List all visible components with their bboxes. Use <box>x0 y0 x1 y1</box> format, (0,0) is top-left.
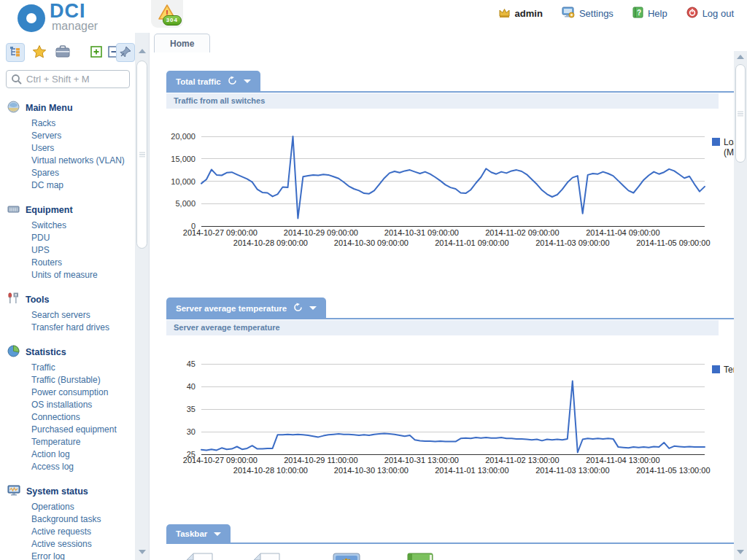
sidebar-item-traffic-burstable[interactable]: Traffic (Burstable) <box>7 374 135 386</box>
book-icon[interactable] <box>407 553 433 560</box>
sidebar-item-temperature[interactable]: Temperature <box>7 436 135 448</box>
svg-text:40: 40 <box>187 382 196 391</box>
sidebar-menu: Main MenuRacksServersUsersVirtual networ… <box>0 98 135 560</box>
sidebar-item-operations[interactable]: Operations <box>7 501 135 513</box>
tab-home[interactable]: Home <box>154 34 210 54</box>
crown-icon <box>498 7 511 20</box>
sidebar-item-active-requests[interactable]: Active requests <box>7 526 135 538</box>
sidebar-section-items: SwitchesPDUUPSRoutersUnits of measure <box>7 219 135 281</box>
sidebar-section-title: Statistics <box>26 347 66 357</box>
svg-text:10,000: 10,000 <box>171 177 196 186</box>
scroll-down-arrow-icon[interactable] <box>737 550 744 554</box>
document-icon[interactable] <box>253 553 280 560</box>
app-logo: DCI manager <box>18 2 127 33</box>
sidebar-item-connections[interactable]: Connections <box>7 411 135 424</box>
sidebar-item-action-log[interactable]: Action log <box>7 448 135 461</box>
tree-view-icon <box>9 45 22 61</box>
svg-text:5,000: 5,000 <box>175 199 196 208</box>
settings-panel-icon[interactable] <box>333 553 360 560</box>
settings-label: Settings <box>579 8 614 19</box>
svg-text:2014-11-01 09:00:00: 2014-11-01 09:00:00 <box>435 238 508 247</box>
sidebar-item-racks[interactable]: Racks <box>7 117 135 130</box>
sidebar-item-active-sessions[interactable]: Active sessions <box>7 538 135 551</box>
sidebar-scrollbar[interactable] <box>135 33 150 560</box>
toolbar-button-favorites-star[interactable] <box>30 43 49 62</box>
sidebar-item-routers[interactable]: Routers <box>7 257 135 269</box>
content-scrollbar[interactable] <box>734 51 747 560</box>
svg-text:2014-11-03 13:00:00: 2014-11-03 13:00:00 <box>535 466 609 475</box>
widget-total-traffic: Total traffic Traffic from all switches … <box>166 71 734 256</box>
sidebar-section-header-tools[interactable]: Tools <box>7 293 135 306</box>
sidebar-section-title: Equipment <box>26 205 73 215</box>
svg-text:?: ? <box>637 9 641 17</box>
help-button[interactable]: ? Help <box>632 7 667 20</box>
settings-button[interactable]: Settings <box>562 7 614 20</box>
sidebar-item-spares[interactable]: Spares <box>7 167 135 179</box>
widget-taskbar-tab[interactable]: Taskbar <box>166 524 231 542</box>
refresh-icon[interactable] <box>293 303 303 314</box>
warning-count-badge: 304 <box>163 15 182 26</box>
chevron-down-icon[interactable] <box>244 79 251 83</box>
sidebar-item-switches[interactable]: Switches <box>7 219 135 232</box>
help-label: Help <box>648 8 667 19</box>
scroll-down-arrow-icon[interactable] <box>139 550 146 554</box>
chevron-down-icon[interactable] <box>214 532 221 536</box>
toolbar-button-briefcase[interactable] <box>53 43 72 62</box>
scroll-up-arrow-icon[interactable] <box>139 49 146 53</box>
widget-title: Server average temperature <box>176 304 287 313</box>
svg-text:35: 35 <box>187 405 196 413</box>
sidebar-section-header-statistics[interactable]: Statistics <box>7 346 135 359</box>
globe-icon <box>7 101 20 115</box>
sidebar-item-background-tasks[interactable]: Background tasks <box>7 513 135 526</box>
sidebar-item-units-of-measure[interactable]: Units of measure <box>7 269 135 281</box>
temperature-chart-subtitle: Server average temperature <box>166 320 719 335</box>
sidebar-item-search-servers[interactable]: Search servers <box>7 309 135 322</box>
widget-title: Taskbar <box>176 529 207 538</box>
widget-divider <box>166 91 734 93</box>
sidebar-section-header-main-menu[interactable]: Main Menu <box>7 101 135 114</box>
widget-temperature-tab[interactable]: Server average temperature <box>166 298 326 318</box>
warning-notifications-button[interactable]: ! 304 <box>151 0 183 28</box>
search-input[interactable] <box>6 70 130 88</box>
briefcase-icon <box>55 45 70 60</box>
scroll-up-arrow-icon[interactable] <box>737 55 744 59</box>
sidebar-item-traffic[interactable]: Traffic <box>7 362 135 374</box>
tools-icon <box>7 292 20 307</box>
sidebar-item-users[interactable]: Users <box>7 142 135 155</box>
chevron-down-icon[interactable] <box>309 306 317 310</box>
sidebar-item-access-log[interactable]: Access log <box>7 461 135 473</box>
widget-total-traffic-tab[interactable]: Total traffic <box>166 71 260 91</box>
toolbar-button-expand-plus[interactable] <box>87 43 106 62</box>
keyboard-icon <box>7 203 20 217</box>
svg-text:2014-11-04 13:00:00: 2014-11-04 13:00:00 <box>586 456 659 464</box>
sidebar-item-ups[interactable]: UPS <box>7 244 135 257</box>
toolbar-button-tree-view[interactable] <box>6 43 25 62</box>
sidebar-section-system-status: System statusOperationsBackground tasksA… <box>7 485 135 560</box>
sidebar-item-os-installations[interactable]: OS installations <box>7 399 135 411</box>
traffic-chart: 20,00015,00010,0005,00002014-10-27 09:00… <box>166 123 734 256</box>
header: DCI manager ! 304 admin Settings ? Help … <box>0 0 747 33</box>
svg-text:2014-10-28 10:00:00: 2014-10-28 10:00:00 <box>233 466 308 475</box>
svg-text:30: 30 <box>187 427 196 436</box>
content-scrollbar-thumb[interactable] <box>735 64 746 163</box>
sidebar-item-error-log[interactable]: Error log <box>7 551 135 560</box>
temperature-chart: 45403530252014-10-27 09:00:002014-10-28 … <box>166 357 734 483</box>
toolbar-button-pin[interactable] <box>116 43 135 62</box>
refresh-icon[interactable] <box>228 76 237 87</box>
sidebar-item-servers[interactable]: Servers <box>7 130 135 142</box>
sidebar-section-header-equipment[interactable]: Equipment <box>7 203 135 217</box>
scrollbar-grip-icon <box>738 111 743 116</box>
sidebar-item-transfer-hard-drives[interactable]: Transfer hard drives <box>7 322 135 334</box>
sidebar-item-dc-map[interactable]: DC map <box>7 179 135 192</box>
sidebar-section-header-system-status[interactable]: System status <box>7 485 135 498</box>
sidebar-section-equipment: EquipmentSwitchesPDUUPSRoutersUnits of m… <box>7 203 135 281</box>
sidebar-item-virtual-networks-vlan[interactable]: Virtual networks (VLAN) <box>7 155 135 167</box>
sidebar-item-pdu[interactable]: PDU <box>7 232 135 244</box>
sidebar-item-power-consumption[interactable]: Power consumption <box>7 386 135 399</box>
logout-button[interactable]: Log out <box>686 7 734 20</box>
widget-temperature: Server average temperature Server averag… <box>166 298 734 483</box>
sidebar-scrollbar-thumb[interactable] <box>136 61 147 249</box>
sidebar-item-purchased-equipment[interactable]: Purchased equipment <box>7 424 135 436</box>
document-icon[interactable] <box>186 553 213 560</box>
user-menu[interactable]: admin <box>498 7 543 20</box>
